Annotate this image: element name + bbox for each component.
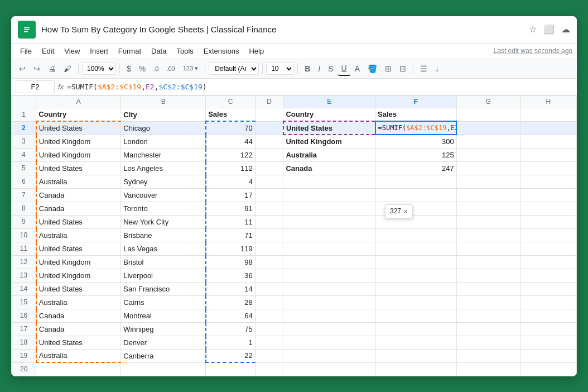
menu-help[interactable]: Help (244, 45, 268, 58)
formula-display[interactable]: =SUMIF($A$2:$C$19,E2,$C$2:$C$19) (67, 83, 572, 91)
menu-file[interactable]: File (16, 45, 36, 58)
col-header-a[interactable]: A (36, 95, 121, 108)
decimal-more-button[interactable]: .00 (163, 63, 178, 74)
percent-button[interactable]: % (136, 62, 149, 75)
menu-format[interactable]: Format (114, 45, 146, 58)
cell-e12[interactable] (283, 255, 375, 269)
cell-g14[interactable] (456, 282, 520, 295)
menu-data[interactable]: Data (147, 45, 171, 58)
cell-g10[interactable] (456, 228, 520, 242)
cell-c20[interactable] (206, 362, 256, 376)
zoom-select[interactable]: 100% (82, 63, 116, 75)
cell-d10[interactable] (255, 228, 283, 242)
cell-e16[interactable] (283, 309, 375, 322)
cell-e15[interactable] (283, 295, 375, 309)
menu-extensions[interactable]: Extensions (199, 45, 244, 58)
cell-f3[interactable]: 300 (375, 135, 457, 148)
cell-h13[interactable] (520, 269, 576, 282)
cell-f19[interactable] (375, 349, 457, 362)
cell-a7[interactable]: Canada (36, 188, 121, 202)
menu-view[interactable]: View (60, 45, 84, 58)
wrap-button[interactable]: ↓ (432, 62, 442, 75)
cell-h15[interactable] (520, 295, 576, 309)
cell-d9[interactable] (255, 215, 283, 228)
cell-b17[interactable]: Winnipeg (121, 322, 206, 336)
cell-f13[interactable] (375, 269, 457, 282)
cell-e20[interactable] (283, 362, 375, 376)
cell-h20[interactable] (520, 362, 576, 376)
cell-e7[interactable] (283, 188, 375, 202)
cell-a14[interactable]: United States (36, 282, 121, 295)
cell-d16[interactable] (255, 309, 283, 322)
cell-d4[interactable] (255, 148, 283, 161)
cell-h17[interactable] (520, 322, 576, 336)
cell-a5[interactable]: United States (36, 161, 121, 175)
cell-a15[interactable]: Australia (36, 295, 121, 309)
fill-color-button[interactable]: 🪣 (364, 62, 380, 75)
cell-b9[interactable]: New York City (121, 215, 206, 228)
number-format-button[interactable]: 123 ▾ (180, 63, 201, 74)
cell-g1[interactable] (456, 108, 520, 121)
cell-a3[interactable]: United Kingdom (36, 135, 121, 148)
cell-h18[interactable] (520, 336, 576, 349)
cell-g7[interactable] (456, 188, 520, 202)
cell-b7[interactable]: Vancouver (121, 188, 206, 202)
cell-c19[interactable]: 22 (206, 349, 256, 362)
col-header-g[interactable]: G (456, 95, 520, 108)
cell-h3[interactable] (520, 135, 576, 148)
cell-c11[interactable]: 119 (206, 242, 256, 255)
tooltip-close[interactable]: × (403, 207, 408, 216)
cell-h7[interactable] (520, 188, 576, 202)
cell-c7[interactable]: 17 (206, 188, 256, 202)
cell-b18[interactable]: Denver (121, 336, 206, 349)
cell-b5[interactable]: Los Angeles (121, 161, 206, 175)
cell-g9[interactable] (456, 215, 520, 228)
cell-b13[interactable]: Liverpool (121, 269, 206, 282)
cell-b16[interactable]: Montreal (121, 309, 206, 322)
cell-g2[interactable] (456, 121, 520, 135)
cell-d20[interactable] (255, 362, 283, 376)
cell-f2[interactable]: =SUMIF($A$2:$C$19,E2,$C$2:$C$19) (375, 121, 457, 135)
cell-e17[interactable] (283, 322, 375, 336)
cell-f6[interactable] (375, 175, 457, 188)
cell-a2[interactable]: United States (36, 121, 121, 135)
cell-a10[interactable]: Australia (36, 228, 121, 242)
menu-insert[interactable]: Insert (85, 45, 113, 58)
cell-g19[interactable] (456, 349, 520, 362)
cell-g3[interactable] (456, 135, 520, 148)
print-button[interactable]: 🖨 (45, 62, 59, 75)
cell-b3[interactable]: London (121, 135, 206, 148)
cell-e4[interactable]: Australia (283, 148, 375, 161)
cell-c17[interactable]: 75 (206, 322, 256, 336)
cell-d1[interactable] (255, 108, 283, 121)
cell-h6[interactable] (520, 175, 576, 188)
cell-reference[interactable] (16, 80, 55, 93)
col-header-b[interactable]: B (121, 95, 206, 108)
cell-c5[interactable]: 112 (206, 161, 256, 175)
cell-g16[interactable] (456, 309, 520, 322)
cell-f7[interactable] (375, 188, 457, 202)
cell-g8[interactable] (456, 202, 520, 215)
undo-button[interactable]: ↩ (16, 62, 29, 75)
cell-d7[interactable] (255, 188, 283, 202)
cell-f18[interactable] (375, 336, 457, 349)
cell-e19[interactable] (283, 349, 375, 362)
cell-b14[interactable]: San Francisco (121, 282, 206, 295)
cell-h1[interactable] (520, 108, 576, 121)
cast-icon[interactable]: ⬜ (543, 24, 555, 35)
cell-g15[interactable] (456, 295, 520, 309)
cell-g13[interactable] (456, 269, 520, 282)
cell-f4[interactable]: 125 (375, 148, 457, 161)
cell-f10[interactable] (375, 228, 457, 242)
cell-g6[interactable] (456, 175, 520, 188)
cell-b1[interactable]: City (121, 108, 206, 121)
cell-g17[interactable] (456, 322, 520, 336)
cell-e8[interactable] (283, 202, 375, 215)
paint-format-button[interactable]: 🖌 (60, 62, 75, 75)
cell-b4[interactable]: Manchester (121, 148, 206, 161)
cell-h19[interactable] (520, 349, 576, 362)
cell-b2[interactable]: Chicago (121, 121, 206, 135)
size-select[interactable]: 10 (266, 63, 294, 75)
cell-a20[interactable] (36, 362, 121, 376)
italic-button[interactable]: I (315, 62, 324, 75)
